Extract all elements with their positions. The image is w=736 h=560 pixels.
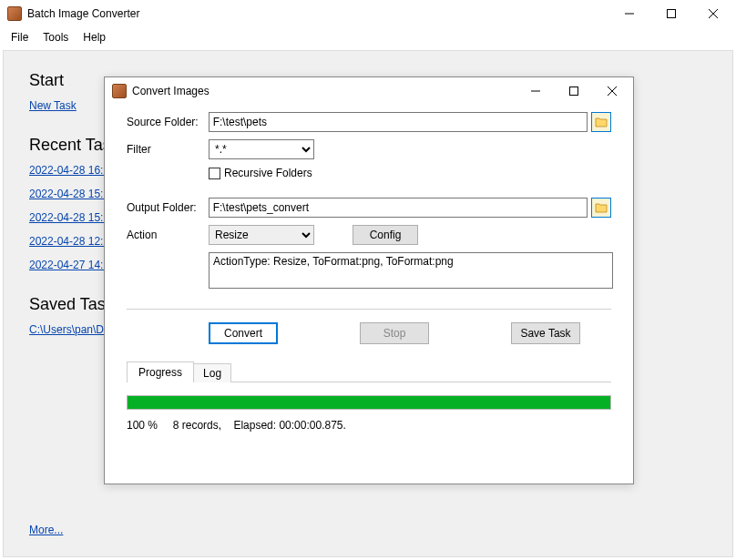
progress-elapsed: Elapsed: 00:00:00.875.	[233, 419, 345, 432]
folder-icon	[595, 202, 608, 213]
filter-label: Filter	[127, 143, 209, 156]
action-label: Action	[127, 229, 209, 241]
source-folder-input[interactable]	[209, 112, 588, 132]
action-summary: ActionType: Resize, ToFormat:png, ToForm…	[209, 252, 613, 289]
maximize-button[interactable]	[650, 1, 692, 26]
progress-percent: 100 %	[127, 419, 158, 432]
action-combo[interactable]: Resize	[209, 225, 314, 245]
progress-text: 100 % 8 records, Elapsed: 00:00:00.875.	[127, 419, 611, 432]
tab-progress[interactable]: Progress	[127, 361, 194, 382]
separator	[127, 309, 611, 310]
menu-tools[interactable]: Tools	[37, 29, 74, 46]
close-button[interactable]	[692, 1, 734, 26]
more-link[interactable]: More...	[29, 524, 63, 536]
main-title-bar: Batch Image Converter	[0, 0, 736, 27]
browse-output-button[interactable]	[591, 198, 611, 218]
minimize-button[interactable]	[608, 1, 650, 26]
menu-file[interactable]: File	[5, 29, 34, 46]
tab-log[interactable]: Log	[193, 363, 231, 382]
svg-rect-1	[668, 10, 676, 18]
menu-bar: File Tools Help	[0, 27, 736, 47]
dialog-maximize-button[interactable]	[555, 78, 593, 104]
app-icon	[7, 6, 22, 21]
filter-combo[interactable]: *.*	[209, 139, 314, 159]
save-task-button[interactable]: Save Task	[511, 322, 580, 344]
progress-bar	[127, 395, 611, 410]
recursive-checkbox[interactable]	[209, 168, 220, 179]
output-folder-label: Output Folder:	[127, 201, 209, 214]
recursive-label: Recursive Folders	[224, 167, 312, 179]
dialog-title-bar: Convert Images	[105, 77, 633, 105]
stop-button[interactable]: Stop	[360, 322, 429, 344]
menu-help[interactable]: Help	[77, 29, 111, 46]
dialog-icon	[112, 84, 127, 98]
progress-records: 8 records,	[173, 419, 221, 432]
convert-button[interactable]: Convert	[209, 322, 278, 344]
browse-source-button[interactable]	[591, 112, 611, 132]
output-folder-input[interactable]	[209, 198, 588, 218]
window-title: Batch Image Converter	[27, 7, 608, 20]
folder-icon	[595, 117, 608, 127]
progress-panel: 100 % 8 records, Elapsed: 00:00:00.875.	[127, 382, 611, 432]
dialog-title: Convert Images	[132, 85, 516, 97]
config-button[interactable]: Config	[353, 225, 418, 245]
dialog-close-button[interactable]	[593, 78, 631, 104]
convert-images-dialog: Convert Images Source Folder: Filter *.*…	[104, 76, 634, 484]
source-folder-label: Source Folder:	[127, 116, 209, 128]
dialog-minimize-button[interactable]	[516, 78, 555, 104]
svg-rect-5	[570, 87, 578, 96]
